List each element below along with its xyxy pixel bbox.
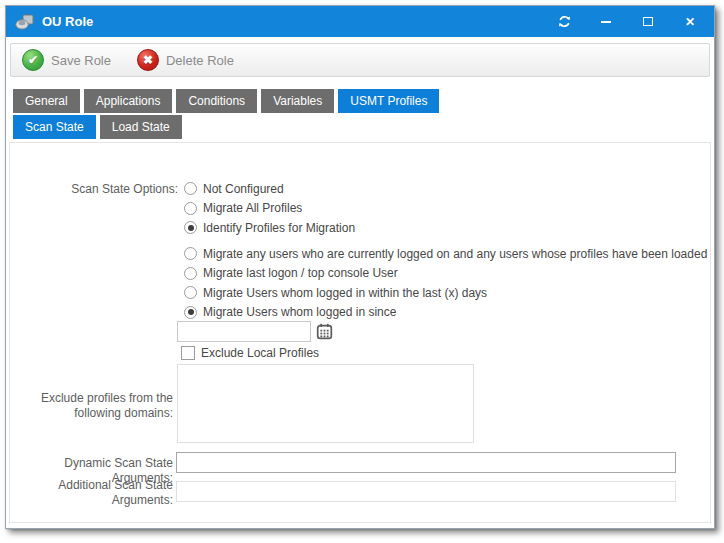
delete-x-icon: ✖	[137, 49, 159, 71]
radio-label: Identify Profiles for Migration	[203, 221, 355, 235]
save-role-button[interactable]: ✔ Save Role	[22, 49, 111, 71]
calendar-picker-button[interactable]	[316, 323, 333, 340]
radio-circle[interactable]	[184, 221, 197, 234]
radio-circle[interactable]	[184, 182, 197, 195]
toolbar: ✔ Save Role ✖ Delete Role	[10, 43, 710, 77]
exclude-domains-label: Exclude profiles from the following doma…	[33, 391, 173, 421]
calendar-icon	[316, 323, 333, 340]
tab-variables[interactable]: Variables	[261, 89, 334, 113]
radio-option-migrate-last-x-days[interactable]: Migrate Users whom logged in within the …	[184, 283, 707, 303]
since-date-input[interactable]	[177, 321, 311, 342]
radio-label: Migrate any users who are currently logg…	[203, 247, 707, 261]
dynamic-scan-state-arguments-input[interactable]	[176, 452, 676, 473]
tab-load-state[interactable]: Load State	[100, 115, 182, 139]
close-icon[interactable]: ✕	[682, 14, 698, 30]
identify-profiles-group: Migrate any users who are currently logg…	[184, 244, 707, 322]
additional-scan-state-arguments-input[interactable]	[176, 481, 676, 502]
refresh-icon[interactable]	[556, 14, 572, 30]
tab-scan-state[interactable]: Scan State	[13, 115, 96, 139]
tab-applications[interactable]: Applications	[84, 89, 173, 113]
save-role-label: Save Role	[51, 53, 111, 68]
scan-state-panel: Scan State Options: Not Configured Migra…	[9, 142, 711, 523]
maximize-icon[interactable]	[640, 14, 656, 30]
additional-scan-state-arguments-label: Additional Scan State Arguments:	[33, 478, 173, 508]
ou-role-app-icon	[15, 13, 34, 30]
exclude-local-profiles-option[interactable]: Exclude Local Profiles	[181, 346, 319, 360]
radio-option-not-configured[interactable]: Not Configured	[184, 179, 355, 199]
radio-option-migrate-last-logon[interactable]: Migrate last logon / top console User	[184, 264, 707, 284]
radio-label: Not Configured	[203, 182, 284, 196]
radio-circle[interactable]	[184, 306, 197, 319]
window-controls: ✕	[556, 14, 698, 30]
radio-label: Migrate last logon / top console User	[203, 266, 398, 280]
radio-option-migrate-all-profiles[interactable]: Migrate All Profiles	[184, 199, 355, 219]
radio-circle[interactable]	[184, 286, 197, 299]
radio-circle[interactable]	[184, 247, 197, 260]
exclude-local-profiles-label: Exclude Local Profiles	[201, 346, 319, 360]
tab-conditions[interactable]: Conditions	[176, 89, 257, 113]
scan-state-options-group: Not Configured Migrate All Profiles Iden…	[184, 179, 355, 238]
radio-option-identify-profiles[interactable]: Identify Profiles for Migration	[184, 218, 355, 238]
delete-role-label: Delete Role	[166, 53, 234, 68]
radio-label: Migrate All Profiles	[203, 201, 302, 215]
tab-general[interactable]: General	[13, 89, 80, 113]
minimize-icon[interactable]	[598, 14, 614, 30]
delete-role-button[interactable]: ✖ Delete Role	[137, 49, 234, 71]
window-title: OU Role	[42, 14, 93, 29]
exclude-local-profiles-checkbox[interactable]	[181, 346, 195, 360]
ou-role-dialog: OU Role ✕ ✔ Save Role ✖ Delete Role	[5, 5, 715, 529]
titlebar: OU Role ✕	[6, 6, 714, 37]
exclude-domains-textarea[interactable]	[177, 364, 474, 443]
tab-usmt-profiles[interactable]: USMT Profiles	[338, 89, 439, 113]
radio-option-migrate-since[interactable]: Migrate Users whom logged in since	[184, 303, 707, 323]
radio-circle[interactable]	[184, 202, 197, 215]
radio-label: Migrate Users whom logged in within the …	[203, 286, 487, 300]
scan-state-options-label: Scan State Options:	[10, 182, 178, 197]
radio-label: Migrate Users whom logged in since	[203, 305, 396, 319]
save-check-icon: ✔	[22, 49, 44, 71]
main-tabs: General Applications Conditions Variable…	[13, 89, 707, 113]
usmt-subtabs: Scan State Load State	[13, 115, 707, 139]
radio-option-migrate-logged-on-users[interactable]: Migrate any users who are currently logg…	[184, 244, 707, 264]
radio-circle[interactable]	[184, 267, 197, 280]
